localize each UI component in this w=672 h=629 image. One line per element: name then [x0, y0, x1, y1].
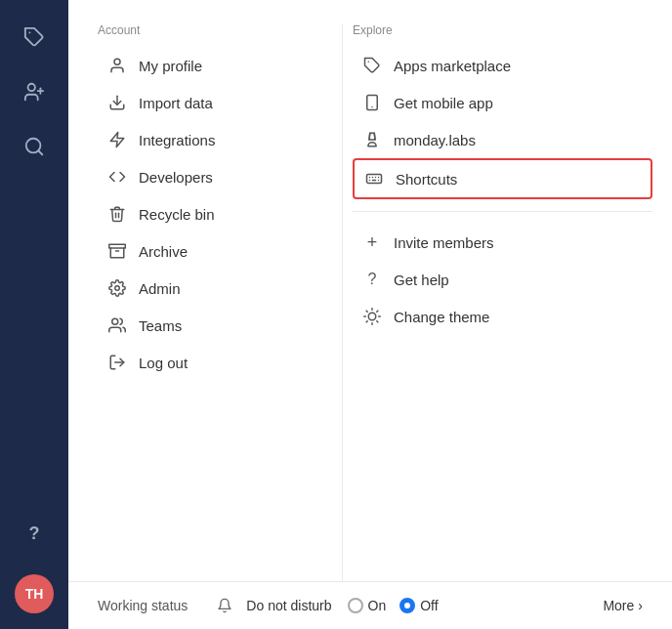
logout-icon [107, 353, 127, 372]
svg-line-18 [374, 133, 375, 140]
change-theme-label: Change theme [394, 309, 489, 325]
keyboard-icon [364, 169, 384, 189]
svg-point-1 [28, 84, 35, 91]
puzzle-store-icon [362, 56, 382, 75]
monday-labs-label: monday.labs [394, 132, 476, 148]
teams-label: Teams [139, 317, 182, 334]
trash-icon [107, 204, 127, 224]
radio-off-circle[interactable] [399, 598, 415, 613]
gear-icon [107, 278, 127, 298]
recycle-bin-label: Recycle bin [139, 206, 215, 223]
explore-section-label: Explore [353, 23, 652, 37]
menu-item-invite-members[interactable]: + Invite members [353, 224, 652, 261]
plus-icon: + [362, 232, 382, 252]
divider [353, 211, 652, 212]
account-section: Account My profile [68, 23, 342, 581]
add-user-icon[interactable] [13, 70, 56, 113]
svg-rect-9 [109, 244, 126, 248]
admin-label: Admin [139, 280, 181, 297]
avatar-initials: TH [25, 586, 44, 602]
radio-off-label: Off [420, 598, 438, 613]
radio-on-circle[interactable] [348, 598, 363, 613]
my-profile-label: My profile [139, 58, 202, 74]
flask-icon [362, 130, 382, 149]
bell-icon [217, 598, 232, 613]
do-not-disturb-label: Do not disturb [246, 598, 331, 613]
get-help-label: Get help [394, 272, 449, 288]
menu-item-archive[interactable]: Archive [98, 232, 322, 270]
menu-item-get-help[interactable]: ? Get help [353, 261, 652, 298]
svg-point-27 [368, 313, 376, 320]
svg-rect-19 [367, 175, 382, 184]
integrations-label: Integrations [139, 132, 215, 148]
people-icon [107, 315, 127, 335]
menu-item-change-theme[interactable]: Change theme [353, 298, 652, 335]
working-status-label: Working status [98, 598, 188, 613]
menu-item-log-out[interactable]: Log out [98, 344, 322, 381]
account-section-label: Account [98, 23, 322, 37]
menu-panel: Account My profile [68, 0, 672, 629]
menu-item-monday-labs[interactable]: monday.labs [353, 121, 652, 158]
svg-point-6 [114, 59, 120, 64]
svg-marker-8 [110, 133, 124, 147]
get-mobile-app-label: Get mobile app [394, 95, 493, 111]
archive-label: Archive [139, 243, 188, 260]
svg-point-12 [112, 318, 118, 324]
code-icon [107, 167, 127, 187]
menu-item-get-mobile-app[interactable]: Get mobile app [353, 84, 652, 121]
svg-line-17 [369, 133, 370, 140]
person-icon [107, 56, 127, 75]
more-label: More [603, 598, 634, 613]
menu-item-recycle-bin[interactable]: Recycle bin [98, 195, 322, 232]
question-icon: ? [362, 270, 382, 289]
menu-item-shortcuts[interactable]: Shortcuts [353, 158, 652, 199]
menu-item-integrations[interactable]: Integrations [98, 121, 322, 158]
integrations-icon [107, 130, 127, 149]
apps-marketplace-label: Apps marketplace [394, 58, 511, 74]
more-button[interactable]: More › [603, 598, 643, 613]
download-icon [107, 93, 127, 112]
svg-line-30 [366, 311, 367, 312]
svg-line-34 [366, 321, 367, 322]
menu-item-admin[interactable]: Admin [98, 270, 322, 307]
menu-item-developers[interactable]: Developers [98, 158, 322, 195]
radio-on-label: On [368, 598, 387, 613]
puzzle-icon[interactable] [13, 16, 56, 59]
menu-item-import-data[interactable]: Import data [98, 84, 322, 121]
svg-point-11 [115, 286, 120, 291]
avatar[interactable]: TH [15, 574, 54, 613]
radio-on[interactable]: On [348, 598, 387, 613]
svg-line-35 [377, 311, 378, 312]
log-out-label: Log out [139, 355, 188, 371]
svg-line-31 [377, 321, 378, 322]
status-row: Do not disturb On Off [217, 598, 583, 613]
sidebar: ? TH [0, 0, 68, 629]
menu-item-teams[interactable]: Teams [98, 307, 322, 344]
radio-off[interactable]: Off [399, 598, 438, 613]
menu-item-my-profile[interactable]: My profile [98, 47, 322, 84]
developers-label: Developers [139, 169, 213, 186]
archive-icon [107, 241, 127, 261]
radio-group: On Off [348, 598, 439, 613]
help-icon[interactable]: ? [13, 512, 56, 555]
mobile-icon [362, 93, 382, 112]
import-data-label: Import data [139, 95, 213, 111]
status-bar: Working status Do not disturb On Off [68, 581, 672, 629]
svg-line-5 [38, 150, 42, 154]
search-icon[interactable] [13, 125, 56, 168]
chevron-right-icon: › [638, 598, 643, 613]
explore-section: Explore Apps marketplace Get [342, 23, 672, 581]
shortcuts-label: Shortcuts [396, 171, 457, 188]
sun-icon [362, 307, 382, 326]
menu-item-apps-marketplace[interactable]: Apps marketplace [353, 47, 652, 84]
invite-members-label: Invite members [394, 234, 494, 251]
